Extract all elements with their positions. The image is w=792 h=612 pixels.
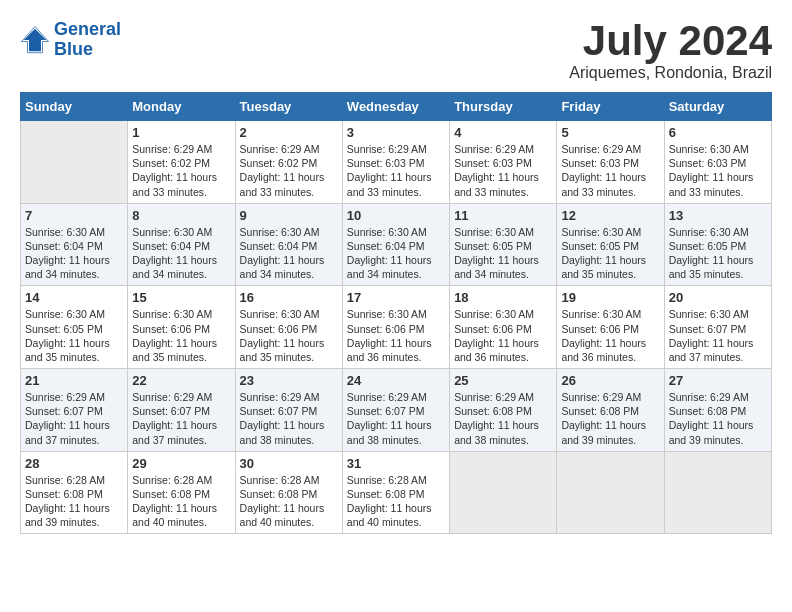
calendar-cell: 4Sunrise: 6:29 AM Sunset: 6:03 PM Daylig… <box>450 121 557 204</box>
day-detail: Sunrise: 6:30 AM Sunset: 6:05 PM Dayligh… <box>25 307 123 364</box>
day-detail: Sunrise: 6:28 AM Sunset: 6:08 PM Dayligh… <box>240 473 338 530</box>
calendar-header: SundayMondayTuesdayWednesdayThursdayFrid… <box>21 93 772 121</box>
calendar-cell: 24Sunrise: 6:29 AM Sunset: 6:07 PM Dayli… <box>342 369 449 452</box>
calendar-cell: 12Sunrise: 6:30 AM Sunset: 6:05 PM Dayli… <box>557 203 664 286</box>
calendar-week-2: 7Sunrise: 6:30 AM Sunset: 6:04 PM Daylig… <box>21 203 772 286</box>
calendar-week-3: 14Sunrise: 6:30 AM Sunset: 6:05 PM Dayli… <box>21 286 772 369</box>
calendar-cell: 3Sunrise: 6:29 AM Sunset: 6:03 PM Daylig… <box>342 121 449 204</box>
day-number: 15 <box>132 290 230 305</box>
logo-text: General Blue <box>54 20 121 60</box>
day-number: 25 <box>454 373 552 388</box>
calendar-cell <box>21 121 128 204</box>
calendar-cell: 5Sunrise: 6:29 AM Sunset: 6:03 PM Daylig… <box>557 121 664 204</box>
calendar-body: 1Sunrise: 6:29 AM Sunset: 6:02 PM Daylig… <box>21 121 772 534</box>
weekday-header-tuesday: Tuesday <box>235 93 342 121</box>
logo-line1: General <box>54 19 121 39</box>
weekday-header-wednesday: Wednesday <box>342 93 449 121</box>
day-detail: Sunrise: 6:29 AM Sunset: 6:08 PM Dayligh… <box>669 390 767 447</box>
day-number: 17 <box>347 290 445 305</box>
calendar-week-5: 28Sunrise: 6:28 AM Sunset: 6:08 PM Dayli… <box>21 451 772 534</box>
calendar-cell: 8Sunrise: 6:30 AM Sunset: 6:04 PM Daylig… <box>128 203 235 286</box>
calendar-cell: 30Sunrise: 6:28 AM Sunset: 6:08 PM Dayli… <box>235 451 342 534</box>
calendar-cell: 1Sunrise: 6:29 AM Sunset: 6:02 PM Daylig… <box>128 121 235 204</box>
day-detail: Sunrise: 6:28 AM Sunset: 6:08 PM Dayligh… <box>132 473 230 530</box>
day-detail: Sunrise: 6:30 AM Sunset: 6:06 PM Dayligh… <box>347 307 445 364</box>
calendar-cell: 22Sunrise: 6:29 AM Sunset: 6:07 PM Dayli… <box>128 369 235 452</box>
day-number: 14 <box>25 290 123 305</box>
calendar-cell: 16Sunrise: 6:30 AM Sunset: 6:06 PM Dayli… <box>235 286 342 369</box>
day-detail: Sunrise: 6:30 AM Sunset: 6:06 PM Dayligh… <box>132 307 230 364</box>
calendar-week-4: 21Sunrise: 6:29 AM Sunset: 6:07 PM Dayli… <box>21 369 772 452</box>
calendar-table: SundayMondayTuesdayWednesdayThursdayFrid… <box>20 92 772 534</box>
day-number: 5 <box>561 125 659 140</box>
day-number: 7 <box>25 208 123 223</box>
title-block: July 2024 Ariquemes, Rondonia, Brazil <box>569 20 772 82</box>
day-number: 1 <box>132 125 230 140</box>
day-detail: Sunrise: 6:30 AM Sunset: 6:05 PM Dayligh… <box>669 225 767 282</box>
day-number: 29 <box>132 456 230 471</box>
weekday-header-saturday: Saturday <box>664 93 771 121</box>
day-number: 6 <box>669 125 767 140</box>
calendar-cell: 2Sunrise: 6:29 AM Sunset: 6:02 PM Daylig… <box>235 121 342 204</box>
day-detail: Sunrise: 6:30 AM Sunset: 6:04 PM Dayligh… <box>240 225 338 282</box>
calendar-cell: 19Sunrise: 6:30 AM Sunset: 6:06 PM Dayli… <box>557 286 664 369</box>
calendar-cell: 29Sunrise: 6:28 AM Sunset: 6:08 PM Dayli… <box>128 451 235 534</box>
calendar-cell: 14Sunrise: 6:30 AM Sunset: 6:05 PM Dayli… <box>21 286 128 369</box>
calendar-cell: 13Sunrise: 6:30 AM Sunset: 6:05 PM Dayli… <box>664 203 771 286</box>
month-title: July 2024 <box>569 20 772 62</box>
day-detail: Sunrise: 6:30 AM Sunset: 6:05 PM Dayligh… <box>561 225 659 282</box>
weekday-header-monday: Monday <box>128 93 235 121</box>
day-number: 13 <box>669 208 767 223</box>
calendar-cell: 31Sunrise: 6:28 AM Sunset: 6:08 PM Dayli… <box>342 451 449 534</box>
weekday-header-row: SundayMondayTuesdayWednesdayThursdayFrid… <box>21 93 772 121</box>
day-detail: Sunrise: 6:30 AM Sunset: 6:06 PM Dayligh… <box>240 307 338 364</box>
calendar-cell: 11Sunrise: 6:30 AM Sunset: 6:05 PM Dayli… <box>450 203 557 286</box>
logo-icon <box>20 25 50 55</box>
calendar-cell <box>664 451 771 534</box>
calendar-cell: 25Sunrise: 6:29 AM Sunset: 6:08 PM Dayli… <box>450 369 557 452</box>
day-detail: Sunrise: 6:30 AM Sunset: 6:03 PM Dayligh… <box>669 142 767 199</box>
day-number: 30 <box>240 456 338 471</box>
day-detail: Sunrise: 6:29 AM Sunset: 6:07 PM Dayligh… <box>240 390 338 447</box>
day-detail: Sunrise: 6:29 AM Sunset: 6:03 PM Dayligh… <box>347 142 445 199</box>
day-number: 20 <box>669 290 767 305</box>
calendar-cell: 23Sunrise: 6:29 AM Sunset: 6:07 PM Dayli… <box>235 369 342 452</box>
calendar-cell: 26Sunrise: 6:29 AM Sunset: 6:08 PM Dayli… <box>557 369 664 452</box>
calendar-cell: 9Sunrise: 6:30 AM Sunset: 6:04 PM Daylig… <box>235 203 342 286</box>
day-detail: Sunrise: 6:30 AM Sunset: 6:06 PM Dayligh… <box>561 307 659 364</box>
weekday-header-thursday: Thursday <box>450 93 557 121</box>
day-number: 3 <box>347 125 445 140</box>
day-number: 11 <box>454 208 552 223</box>
calendar-cell: 6Sunrise: 6:30 AM Sunset: 6:03 PM Daylig… <box>664 121 771 204</box>
day-detail: Sunrise: 6:29 AM Sunset: 6:02 PM Dayligh… <box>132 142 230 199</box>
calendar-cell <box>450 451 557 534</box>
day-detail: Sunrise: 6:29 AM Sunset: 6:07 PM Dayligh… <box>347 390 445 447</box>
day-number: 24 <box>347 373 445 388</box>
day-detail: Sunrise: 6:30 AM Sunset: 6:04 PM Dayligh… <box>25 225 123 282</box>
day-number: 23 <box>240 373 338 388</box>
day-number: 2 <box>240 125 338 140</box>
day-number: 19 <box>561 290 659 305</box>
calendar-cell: 17Sunrise: 6:30 AM Sunset: 6:06 PM Dayli… <box>342 286 449 369</box>
calendar-cell: 21Sunrise: 6:29 AM Sunset: 6:07 PM Dayli… <box>21 369 128 452</box>
day-number: 16 <box>240 290 338 305</box>
calendar-week-1: 1Sunrise: 6:29 AM Sunset: 6:02 PM Daylig… <box>21 121 772 204</box>
location: Ariquemes, Rondonia, Brazil <box>569 64 772 82</box>
calendar-cell: 27Sunrise: 6:29 AM Sunset: 6:08 PM Dayli… <box>664 369 771 452</box>
day-detail: Sunrise: 6:29 AM Sunset: 6:03 PM Dayligh… <box>454 142 552 199</box>
day-number: 10 <box>347 208 445 223</box>
day-number: 12 <box>561 208 659 223</box>
day-detail: Sunrise: 6:29 AM Sunset: 6:07 PM Dayligh… <box>25 390 123 447</box>
day-detail: Sunrise: 6:29 AM Sunset: 6:02 PM Dayligh… <box>240 142 338 199</box>
day-detail: Sunrise: 6:29 AM Sunset: 6:08 PM Dayligh… <box>561 390 659 447</box>
weekday-header-friday: Friday <box>557 93 664 121</box>
day-detail: Sunrise: 6:29 AM Sunset: 6:08 PM Dayligh… <box>454 390 552 447</box>
day-number: 31 <box>347 456 445 471</box>
calendar-cell: 15Sunrise: 6:30 AM Sunset: 6:06 PM Dayli… <box>128 286 235 369</box>
day-detail: Sunrise: 6:28 AM Sunset: 6:08 PM Dayligh… <box>347 473 445 530</box>
calendar-cell: 28Sunrise: 6:28 AM Sunset: 6:08 PM Dayli… <box>21 451 128 534</box>
logo-line2: Blue <box>54 40 121 60</box>
day-number: 21 <box>25 373 123 388</box>
calendar-cell: 7Sunrise: 6:30 AM Sunset: 6:04 PM Daylig… <box>21 203 128 286</box>
day-detail: Sunrise: 6:29 AM Sunset: 6:07 PM Dayligh… <box>132 390 230 447</box>
